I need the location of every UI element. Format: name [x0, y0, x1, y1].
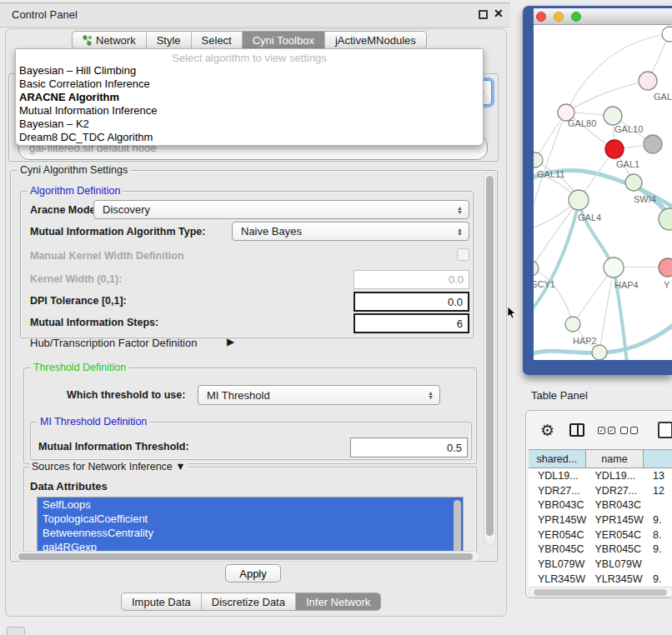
stepper-arrows-icon: ▲▼ [457, 206, 463, 214]
network-edge[interactable] [534, 202, 579, 268]
table-cell: 9. [644, 572, 672, 587]
mi-steps-field[interactable]: 6 [354, 313, 469, 333]
node-hap2[interactable] [565, 317, 580, 332]
settings-vertical-scrollbar[interactable] [484, 172, 496, 545]
node-gal10[interactable] [604, 107, 622, 125]
network-edge[interactable] [579, 202, 614, 268]
data-attributes-list[interactable]: SelfLoopsTopologicalCoefficientBetweenne… [37, 497, 464, 555]
tab-jactivemnodules[interactable]: jActiveMNodules [325, 32, 426, 48]
split-columns-icon[interactable] [569, 423, 584, 437]
horizontal-scrollbar-thumb[interactable] [18, 553, 473, 560]
unchecked-box-icon [630, 427, 638, 434]
deselect-all-checkboxes-icon[interactable] [620, 427, 638, 434]
algorithm-option-dream8-dc-tdc-algorithm[interactable]: Dream8 DC_TDC Algorithm [16, 131, 483, 144]
algorithm-option-mutual-information-inference[interactable]: Mutual Information Inference [16, 104, 483, 118]
tab-select[interactable]: Select [192, 32, 243, 48]
unchecked-box-icon [620, 427, 628, 434]
mi-threshold-field[interactable]: 0.5 [350, 438, 468, 458]
node-gal11[interactable] [534, 152, 543, 168]
collapse-arrow-icon[interactable]: ▼ [175, 461, 185, 472]
table-panel-title: Table Panel [531, 389, 588, 402]
control-panel-title: Control Panel [12, 8, 78, 21]
node-gal4[interactable] [569, 190, 589, 210]
node-gray[interactable] [644, 135, 662, 153]
network-canvas[interactable]: GALGAL80GAL10GAL1GAL11SWI4GAL4GCY1HAP4YH… [534, 25, 672, 360]
attribute-item-selfloops[interactable]: SelfLoops [38, 498, 463, 512]
panel-corner-icon[interactable] [7, 627, 25, 635]
node-big-right[interactable] [659, 208, 672, 230]
threshold-definition-title: Threshold Definition [31, 362, 128, 373]
table-hscroll-thumb[interactable] [534, 589, 667, 596]
table-cell: YBR043C [529, 498, 586, 512]
algorithm-option-bayesian-k2[interactable]: Bayesian – K2 [16, 118, 483, 131]
table-row[interactable]: YBR045CYBR045C9. [529, 542, 672, 557]
tab-discretize-data[interactable]: Discretize Data [202, 593, 296, 610]
tab-network[interactable]: Network [73, 32, 147, 48]
table-cell: YPR145W [529, 512, 586, 528]
stepper-arrows-icon: ▲▼ [428, 391, 434, 399]
network-edge[interactable] [566, 81, 648, 112]
tab-impute-data[interactable]: Impute Data [122, 593, 202, 610]
document-icon[interactable] [658, 422, 672, 438]
network-window-titlebar [534, 8, 672, 25]
table-row[interactable]: YPR145WYPR145W9. [529, 512, 672, 528]
which-threshold-label: Which threshold to use: [67, 389, 185, 401]
table-row[interactable]: YDR27...YDR27...12 [529, 483, 672, 498]
table-cell [644, 498, 672, 512]
node-table: shared...name [529, 449, 672, 468]
tab-label: Cyni Toolbox [253, 34, 314, 47]
table-cell: YDR27... [586, 483, 644, 498]
attribute-item-betweennesscentrality[interactable]: BetweennessCentrality [38, 526, 463, 540]
apply-button[interactable]: Apply [225, 564, 281, 582]
algorithm-option-aracne-algorithm[interactable]: ARACNE Algorithm [16, 91, 483, 104]
table-row[interactable]: YBL079WYBL079W [529, 557, 672, 572]
which-threshold-value: MI Threshold [207, 389, 270, 402]
expand-arrow-icon[interactable]: ▶ [227, 336, 234, 348]
node-bottom[interactable] [592, 345, 607, 360]
column-header-clipped[interactable] [644, 450, 672, 468]
node-salmon[interactable] [659, 258, 672, 277]
close-window-icon[interactable]: ✕ [494, 7, 504, 20]
close-traffic-light-icon[interactable] [536, 12, 546, 22]
node-gal-clipped[interactable] [639, 72, 657, 90]
tab-infer-network[interactable]: Infer Network [296, 593, 380, 610]
mi-type-combobox[interactable]: Naive Bayes ▲▼ [232, 222, 469, 241]
zoom-traffic-light-icon[interactable] [571, 12, 581, 22]
table-row[interactable]: YER054CYER054C8. [529, 528, 672, 542]
tab-cyni-toolbox[interactable]: Cyni Toolbox [243, 32, 325, 48]
node-gal1[interactable] [605, 140, 624, 158]
checked-box-icon: ✓ [598, 427, 605, 434]
settings-horizontal-scrollbar[interactable] [15, 551, 480, 562]
node-gcy1[interactable] [534, 261, 539, 276]
vertical-scrollbar-thumb[interactable] [486, 176, 494, 536]
network-edge[interactable] [599, 268, 614, 352]
select-all-checkboxes-icon[interactable]: ✓ ✓ [598, 427, 615, 434]
manual-kernel-checkbox[interactable] [457, 248, 469, 261]
gear-icon[interactable]: ⚙ [540, 421, 554, 440]
minimize-traffic-light-icon[interactable] [554, 12, 564, 22]
algorithm-option-basic-correlation-inference[interactable]: Basic Correlation Inference [16, 78, 483, 91]
which-threshold-combobox[interactable]: MI Threshold ▲▼ [198, 385, 440, 405]
aracne-mode-combobox[interactable]: Discovery ▲▼ [93, 200, 469, 219]
network-icon [83, 35, 93, 46]
table-row[interactable]: YBR043CYBR043C [529, 498, 672, 512]
table-panel-window: ⚙ ✓ ✓ shared...name YDL19...YDL19...13YD… [525, 410, 672, 598]
dpi-tolerance-field[interactable]: 0.0 [354, 292, 469, 312]
algorithm-option-bayesian-hill-climbing[interactable]: Bayesian – Hill Climbing [16, 64, 483, 78]
column-header-name[interactable]: name [586, 450, 644, 468]
float-window-icon[interactable] [479, 10, 488, 19]
node-gal1-label: GAL1 [616, 159, 639, 169]
table-row[interactable]: YLR345WYLR345W9. [529, 572, 672, 587]
node-swi4[interactable] [625, 174, 642, 191]
list-scrollbar-thumb[interactable] [454, 500, 461, 553]
table-horizontal-scrollbar[interactable] [529, 587, 672, 598]
node-top-right[interactable] [662, 27, 672, 42]
column-header-shared[interactable]: shared... [529, 450, 586, 468]
attribute-item-topologicalcoefficient[interactable]: TopologicalCoefficient [38, 512, 463, 526]
tab-style[interactable]: Style [147, 32, 192, 48]
node-hap4[interactable] [604, 258, 624, 278]
tab-label: Discretize Data [212, 596, 285, 608]
kernel-width-field[interactable]: 0.0 [354, 270, 469, 289]
node-gal-clipped-label: GAL [654, 92, 672, 102]
table-row[interactable]: YDL19...YDL19...13 [529, 468, 672, 483]
